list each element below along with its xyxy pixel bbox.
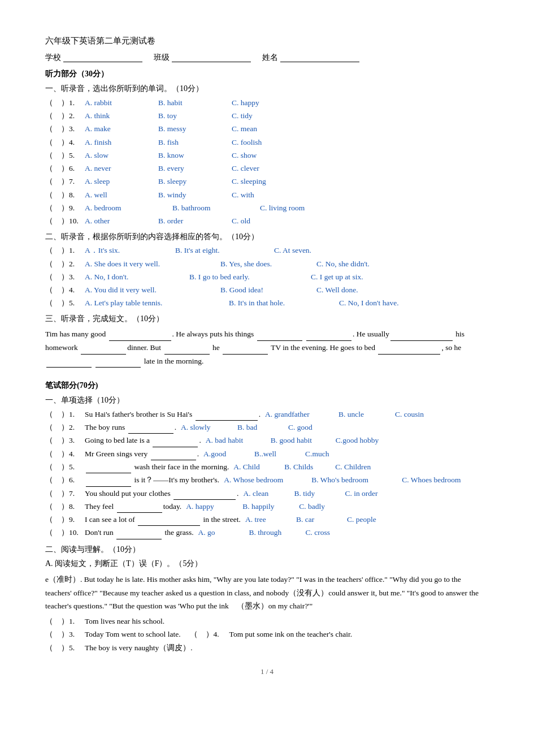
table-row: （ ） 9. I can see a lot of in the street.… xyxy=(45,513,489,526)
table-row: （ ） 5. A. slow B. know C. show xyxy=(45,149,489,162)
header-row: 学校 班级 姓名 xyxy=(45,51,489,64)
fill-blank xyxy=(390,332,453,341)
part3-instruction: 三、听录音，完成短文。（10分） xyxy=(45,312,489,326)
fill-blank xyxy=(128,425,173,434)
table-row: （ ） 10. A. other B. order C. old xyxy=(45,215,489,227)
bracket: （ ） xyxy=(45,448,69,460)
part3-passage: Tim has many good . He always puts his t… xyxy=(45,327,489,368)
school-label: 学校 xyxy=(45,51,61,64)
table-row: （ ） 6. A. never B. every C. clever xyxy=(45,162,489,175)
bracket: （ ） xyxy=(45,434,69,447)
bracket: （ ） xyxy=(45,408,69,421)
table-row: （ ） 1. A. rabbit B. habit C. happy xyxy=(45,97,489,109)
fill-blank xyxy=(257,332,302,341)
table-row: （ ） 5. The boy is very naughty（调皮）. xyxy=(45,642,489,654)
table-row: （ ） 5. A. Let's play table tennis. B. It… xyxy=(45,297,489,309)
table-row: （ ） 6. is it？——It's my brother's. A. Who… xyxy=(45,474,489,486)
table-row: （ ） 9. A. bedroom B. bathroom C. living … xyxy=(45,202,489,214)
table-row: （ ） 1. Su Hai's father's brother is Su H… xyxy=(45,408,489,421)
name-underline xyxy=(280,52,359,62)
bracket: （ ） xyxy=(45,271,69,283)
fill-blank xyxy=(153,438,198,447)
name-field: 姓名 xyxy=(262,51,359,64)
fill-blank xyxy=(109,332,171,341)
table-row: （ ） 5. wash their face in the morning. A… xyxy=(45,461,489,473)
bracket: （ ） xyxy=(45,123,69,135)
written-part1-questions: （ ） 1. Su Hai's father's brother is Su H… xyxy=(45,408,489,539)
bracket: （ ） xyxy=(45,615,69,628)
fill-blank xyxy=(46,358,92,368)
written-part2-subA-label: A. 阅读短文，判断正（T）误（F）。（5分） xyxy=(45,557,489,571)
table-row: （ ） 3. A. make B. messy C. mean xyxy=(45,123,489,135)
bracket: （ ） xyxy=(45,500,69,513)
table-row: （ ） 2. The boy runs . A. slowly B. bad C… xyxy=(45,421,489,434)
spacer xyxy=(45,372,489,377)
bracket: （ ） xyxy=(45,97,69,109)
table-row: （ ） 2. A. think B. toy C. tidy xyxy=(45,110,489,122)
table-row: （ ） 7. You should put your clothes . A. … xyxy=(45,487,489,500)
table-row: （ ） 8. A. well B. windy C. with xyxy=(45,189,489,201)
bracket: （ ） xyxy=(45,136,69,149)
table-row: （ ） 2. A. She does it very well. B. Yes,… xyxy=(45,258,489,270)
school-field: 学校 xyxy=(45,51,142,64)
page-number: 1 / 4 xyxy=(45,666,489,678)
bracket: （ ） xyxy=(45,175,69,188)
table-row: （ ） 1. Tom lives near his school. xyxy=(45,615,489,628)
listening-section-title: 听力部分（30分） xyxy=(45,67,489,81)
part1-instruction: 一、听录音，选出你所听到的单词。（10分） xyxy=(45,82,489,96)
bracket: （ ） xyxy=(45,149,69,162)
fill-blank xyxy=(81,345,126,355)
bracket: （ ） xyxy=(45,642,69,654)
fill-blank xyxy=(116,530,162,539)
fill-blank xyxy=(86,478,131,487)
bracket: （ ） xyxy=(45,215,69,227)
bracket: （ ） xyxy=(45,526,69,539)
bracket: （ ） xyxy=(45,244,69,257)
class-label: 班级 xyxy=(154,51,170,64)
table-row: （ ） 4. Mr Green sings very . A.good B..w… xyxy=(45,448,489,460)
table-row: （ ） 1. A．It's six. B. It's at eight. C. … xyxy=(45,244,489,257)
school-underline xyxy=(63,52,142,62)
bracket: （ ） xyxy=(45,258,69,270)
fill-blank xyxy=(306,332,351,341)
table-row: （ ） 3. A. No, I don't. B. I go to bed ea… xyxy=(45,271,489,283)
bracket: （ ） xyxy=(45,474,69,486)
bracket: （ ） xyxy=(45,202,69,214)
listening-part2-questions: （ ） 1. A．It's six. B. It's at eight. C. … xyxy=(45,244,489,309)
fill-blank xyxy=(138,517,200,526)
bracket: （ ） xyxy=(45,189,69,201)
table-row: （ ） 10. Don't run the grass. A. go B. th… xyxy=(45,526,489,539)
bracket: （ ） xyxy=(45,513,69,526)
table-row: （ ） 3. Going to bed late is a . A. bad h… xyxy=(45,434,489,447)
bracket: （ ） xyxy=(45,162,69,175)
bracket: （ ） xyxy=(45,461,69,473)
fill-blank xyxy=(378,345,440,355)
table-row: （ ） 7. A. sleep B. sleepy C. sleeping xyxy=(45,175,489,188)
exam-title: 六年级下英语第二单元测试卷 xyxy=(45,34,489,49)
name-label: 姓名 xyxy=(262,51,278,64)
bracket: （ ） xyxy=(45,628,69,641)
fill-blank xyxy=(164,345,210,355)
fill-blank xyxy=(86,464,131,473)
table-row: （ ） 8. They feel today. A. happy B. happ… xyxy=(45,500,489,513)
bracket: （ ） xyxy=(45,421,69,434)
bracket: （ ） xyxy=(45,284,69,296)
part2-instruction: 二、听录音，根据你所听到的内容选择相应的答句。（10分） xyxy=(45,230,489,244)
table-row: （ ） 3. Today Tom went to school late. （ … xyxy=(45,628,489,641)
bracket: （ ） xyxy=(45,487,69,500)
written-part1-instruction: 一、单项选择（10分） xyxy=(45,394,489,407)
written-section-title: 笔试部分(70分) xyxy=(45,379,489,392)
fill-blank xyxy=(151,451,196,460)
bracket: （ ） xyxy=(45,110,69,122)
written-part2-instruction: 二、阅读与理解。（10分） xyxy=(45,543,489,556)
table-row: （ ） 4. A. finish B. fish C. foolish xyxy=(45,136,489,149)
bracket: （ ） xyxy=(190,628,214,641)
fill-blank xyxy=(95,358,141,368)
class-underline xyxy=(172,52,251,62)
class-field: 班级 xyxy=(154,51,251,64)
fill-blank xyxy=(196,412,258,421)
fill-blank xyxy=(223,345,268,355)
reading-passage: e（准时）. But today he is late. His mother … xyxy=(45,573,489,613)
fill-blank xyxy=(117,504,162,513)
table-row: （ ） 4. A. You did it very well. B. Good … xyxy=(45,284,489,296)
